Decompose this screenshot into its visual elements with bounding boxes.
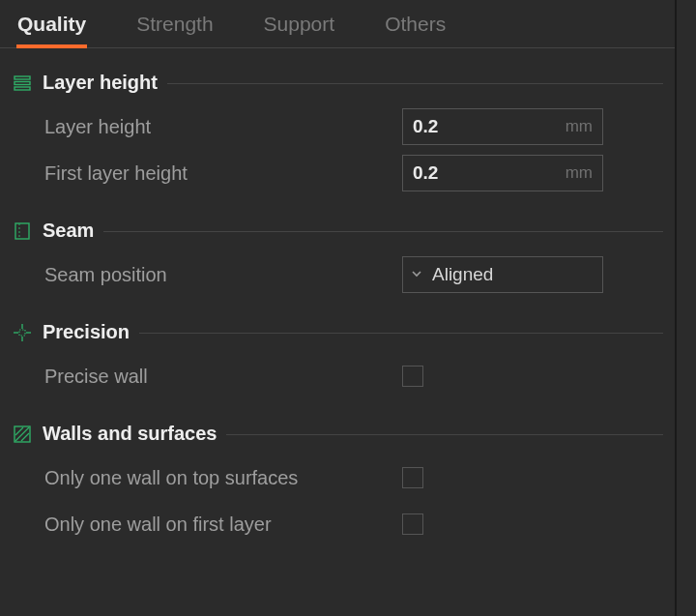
svg-rect-0 [14, 76, 30, 79]
svg-rect-9 [19, 330, 25, 336]
section-seam: Seam Seam position Aligned [0, 220, 675, 298]
section-header-seam: Seam [12, 220, 663, 242]
divider [103, 231, 663, 232]
section-precision: Precision Precise wall [0, 321, 675, 399]
walls-icon [12, 424, 33, 445]
select-value: Aligned [432, 264, 493, 285]
tab-strength[interactable]: Strength [136, 13, 213, 47]
divider [167, 83, 663, 84]
chevron-down-icon [411, 267, 422, 282]
label-first-layer-height: First layer height [44, 162, 402, 185]
label-one-wall-top: Only one wall on top surfaces [44, 467, 402, 489]
label-one-wall-first: Only one wall on first layer [44, 513, 402, 536]
field-first-layer-height: First layer height 0.2 mm [44, 150, 663, 196]
tab-others[interactable]: Others [385, 13, 446, 47]
checkbox-one-wall-first[interactable] [402, 513, 423, 535]
field-layer-height: Layer height 0.2 mm [44, 103, 663, 150]
precision-icon [12, 322, 33, 343]
field-one-wall-first: Only one wall on first layer [44, 501, 663, 547]
tab-support[interactable]: Support [264, 13, 335, 47]
svg-line-11 [15, 427, 29, 441]
divider [226, 434, 663, 435]
svg-rect-1 [14, 81, 30, 84]
field-seam-position: Seam position Aligned [44, 251, 663, 298]
section-title: Walls and surfaces [43, 423, 217, 445]
section-header-walls-surfaces: Walls and surfaces [12, 423, 663, 445]
section-title: Seam [43, 220, 94, 242]
input-unit: mm [566, 117, 593, 136]
field-precise-wall: Precise wall [44, 353, 663, 399]
input-unit: mm [566, 163, 593, 183]
label-layer-height: Layer height [44, 116, 402, 138]
input-layer-height[interactable]: 0.2 mm [402, 108, 603, 145]
label-seam-position: Seam position [44, 264, 402, 286]
section-title: Layer height [43, 72, 158, 94]
tab-quality[interactable]: Quality [17, 13, 86, 47]
section-title: Precision [43, 321, 130, 343]
seam-icon [12, 220, 33, 242]
checkbox-precise-wall[interactable] [402, 366, 423, 387]
input-value: 0.2 [413, 162, 438, 184]
settings-tabs: Quality Strength Support Others [0, 0, 675, 48]
input-value: 0.2 [413, 116, 438, 137]
section-layer-height: Layer height Layer height 0.2 mm First l… [0, 72, 675, 196]
section-walls-surfaces: Walls and surfaces Only one wall on top … [0, 423, 675, 547]
layers-icon [12, 73, 33, 94]
section-header-precision: Precision [12, 321, 663, 343]
svg-rect-2 [14, 87, 30, 90]
input-first-layer-height[interactable]: 0.2 mm [402, 155, 603, 191]
svg-rect-3 [15, 223, 29, 239]
field-one-wall-top: Only one wall on top surfaces [44, 455, 663, 501]
select-seam-position[interactable]: Aligned [402, 256, 603, 293]
divider [139, 333, 663, 334]
label-precise-wall: Precise wall [44, 366, 402, 388]
checkbox-one-wall-top[interactable] [402, 467, 423, 488]
section-header-layer-height: Layer height [12, 72, 663, 94]
